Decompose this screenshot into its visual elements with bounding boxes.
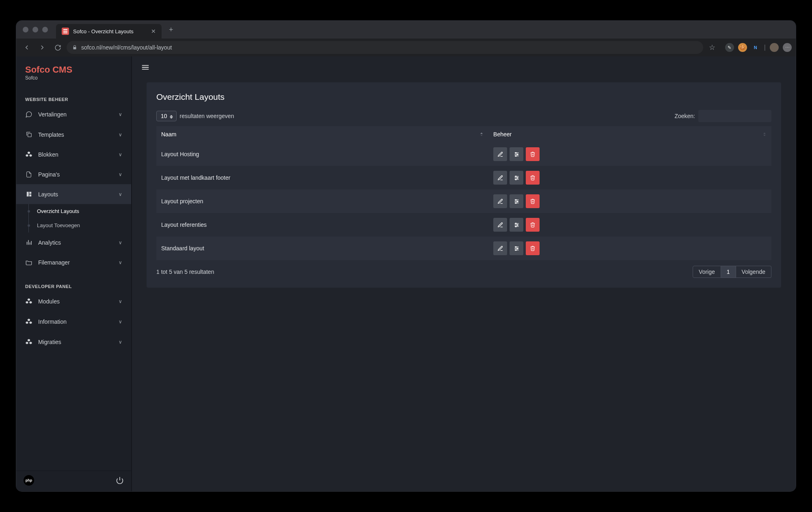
favicon-icon	[62, 28, 69, 35]
browser-toolbar: sofco.nl/new/nl/cms/layout/all-layout ☆ …	[16, 39, 796, 56]
sidebar-item-label: Filemanager	[38, 259, 70, 266]
window-close-icon[interactable]	[23, 27, 28, 32]
subnav-item-layout-toevoegen[interactable]: Layout Toevoegen	[29, 218, 131, 232]
delete-button[interactable]	[526, 194, 540, 208]
nav-reload-button[interactable]	[51, 41, 64, 54]
cell-beheer	[488, 213, 771, 237]
settings-button[interactable]	[510, 218, 523, 232]
edit-button[interactable]	[493, 147, 507, 161]
edit-icon	[497, 175, 503, 181]
col-header-naam[interactable]: Naam	[156, 126, 488, 142]
settings-button[interactable]	[510, 171, 523, 185]
sidebar-item-templates[interactable]: Templates ∨	[16, 125, 131, 144]
chevron-down-icon: ∨	[119, 112, 122, 117]
menu-toggle-icon[interactable]	[141, 63, 787, 72]
svg-rect-0	[28, 133, 31, 137]
chevron-down-icon: ∨	[119, 132, 122, 138]
delete-button[interactable]	[526, 218, 540, 232]
sliders-icon	[514, 222, 520, 228]
col-header-beheer[interactable]: Beheer	[488, 126, 771, 142]
file-icon	[25, 171, 32, 178]
nav-forward-button[interactable]	[36, 41, 49, 54]
cell-naam: Layout met landkaart footer	[156, 166, 488, 189]
delete-button[interactable]	[526, 147, 540, 161]
settings-button[interactable]	[510, 194, 523, 208]
cell-beheer	[488, 189, 771, 213]
sidebar-item-information[interactable]: Information ∨	[16, 312, 131, 332]
bookmark-star-icon[interactable]: ☆	[706, 41, 719, 54]
settings-button[interactable]	[510, 241, 523, 255]
window-max-icon[interactable]	[42, 27, 48, 32]
delete-button[interactable]	[526, 171, 540, 185]
pager-page-1-button[interactable]: 1	[721, 266, 736, 278]
sliders-icon	[514, 151, 520, 157]
svg-point-4	[515, 152, 516, 153]
svg-point-5	[517, 154, 518, 155]
svg-point-18	[515, 202, 516, 204]
svg-point-17	[517, 201, 518, 202]
panel-layouts: Overzicht Layouts 10 resultaten weergeve…	[147, 82, 781, 288]
edit-button[interactable]	[493, 218, 507, 232]
power-icon[interactable]	[116, 476, 124, 484]
cubes-icon	[25, 338, 32, 346]
settings-button[interactable]	[510, 147, 523, 161]
sidebar-item-vertalingen[interactable]: Vertalingen ∨	[16, 104, 131, 125]
table-info: 1 tot 5 van 5 resultaten	[156, 269, 214, 275]
sidebar-item-layouts[interactable]: Layouts ∨	[16, 184, 131, 204]
main-area: Overzicht Layouts 10 resultaten weergeve…	[132, 56, 796, 491]
ext-cookie-icon[interactable]: 🍪	[738, 43, 747, 52]
ext-n-icon[interactable]: N	[751, 43, 760, 52]
delete-button[interactable]	[526, 241, 540, 255]
brand: Sofco CMS Sofco	[16, 56, 131, 86]
search-input[interactable]	[698, 110, 771, 122]
pager-next-button[interactable]: Volgende	[736, 266, 771, 278]
sidebar-item-blokken[interactable]: Blokken ∨	[16, 144, 131, 165]
sidebar-item-analytics[interactable]: Analytics ∨	[16, 232, 131, 252]
address-bar[interactable]: sofco.nl/new/nl/cms/layout/all-layout	[67, 41, 703, 54]
edit-button[interactable]	[493, 194, 507, 208]
profile-avatar-icon[interactable]	[770, 43, 779, 52]
content: Overzicht Layouts 10 resultaten weergeve…	[132, 78, 796, 491]
sidebar-item-label: Vertalingen	[38, 111, 67, 118]
sidebar-item-label: Migraties	[38, 339, 61, 345]
trash-icon	[530, 175, 536, 181]
window-controls	[23, 27, 48, 32]
sidebar-item-paginas[interactable]: Pagina's ∨	[16, 165, 131, 184]
sort-asc-icon	[479, 131, 484, 137]
subnav-item-overzicht-layouts[interactable]: Overzicht Layouts	[29, 204, 131, 218]
tab-close-icon[interactable]: ✕	[151, 28, 156, 34]
svg-point-10	[515, 176, 516, 177]
page-length-select[interactable]: 10	[156, 111, 177, 121]
sliders-icon	[514, 198, 520, 204]
layouts-table: Naam Beheer	[156, 126, 771, 260]
pager-prev-button[interactable]: Vorige	[693, 266, 721, 278]
cubes-icon	[25, 151, 32, 158]
edit-button[interactable]	[493, 241, 507, 255]
chevron-down-icon: ∨	[119, 260, 122, 265]
edit-icon	[497, 151, 503, 157]
layout-icon	[25, 191, 32, 198]
cell-naam: Layout projecten	[156, 189, 488, 213]
sidebar-item-label: Blokken	[38, 151, 58, 158]
sliders-icon	[514, 175, 520, 181]
nav-back-button[interactable]	[20, 41, 33, 54]
sidebar-item-filemanager[interactable]: Filemanager ∨	[16, 252, 131, 273]
subnav-item-label: Overzicht Layouts	[37, 208, 79, 214]
window-min-icon[interactable]	[32, 27, 38, 32]
php-badge-icon[interactable]: php	[24, 475, 34, 486]
browser-tab[interactable]: Sofco - Overzicht Layouts ✕	[56, 24, 162, 39]
table-row: Layout referenties	[156, 213, 771, 237]
edit-button[interactable]	[493, 171, 507, 185]
chart-icon	[25, 239, 32, 246]
browser-menu-icon[interactable]: ⋯	[783, 43, 792, 52]
svg-point-6	[515, 155, 516, 157]
folder-open-icon	[25, 259, 32, 266]
sidebar-item-modules[interactable]: Modules ∨	[16, 291, 131, 312]
page-length-suffix: resultaten weergeven	[180, 113, 234, 119]
edit-icon	[497, 198, 503, 204]
cell-naam: Layout Hosting	[156, 142, 488, 166]
ext-pencil-icon[interactable]: ✎	[725, 43, 734, 52]
sidebar-item-migraties[interactable]: Migraties ∨	[16, 332, 131, 352]
new-tab-button[interactable]: +	[169, 26, 173, 34]
chevron-down-icon: ∨	[119, 299, 122, 304]
